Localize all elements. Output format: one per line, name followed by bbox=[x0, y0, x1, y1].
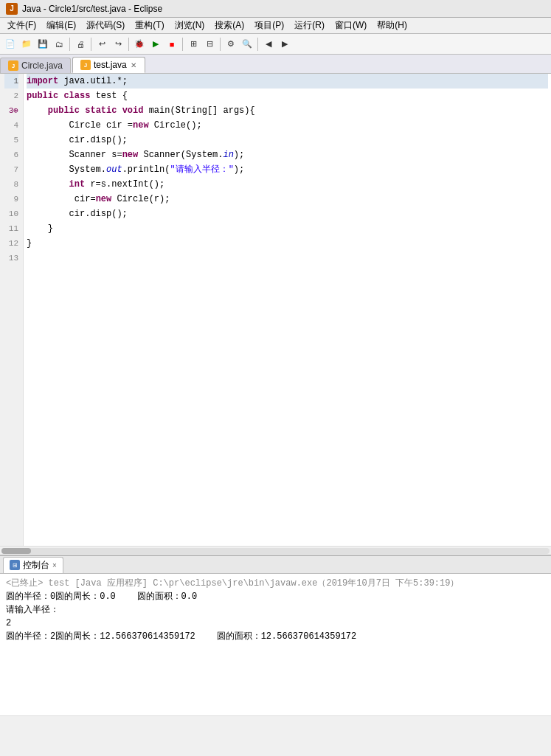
console-line-5: 圆的半径：2圆的周长：12.566370614359172 圆的面积：12.56… bbox=[6, 630, 545, 643]
toolbar-btn-extra5[interactable]: ▶ bbox=[277, 37, 292, 52]
test-java-label: test.java bbox=[94, 60, 127, 70]
toolbar-separator-6 bbox=[257, 38, 258, 51]
app-icon: J bbox=[6, 3, 18, 15]
menu-bar: 文件(F) 编辑(E) 源代码(S) 重构(T) 浏览(N) 搜索(A) 项目(… bbox=[0, 18, 551, 34]
console-line-3: 请输入半径： bbox=[6, 603, 545, 617]
line-num-4: 4 bbox=[4, 118, 18, 133]
menu-help[interactable]: 帮助(H) bbox=[372, 18, 412, 33]
title-bar: J Java - Circle1/src/test.java - Eclipse bbox=[0, 0, 551, 18]
code-line-11: } bbox=[27, 221, 548, 236]
console-scrollbar[interactable] bbox=[0, 715, 551, 724]
line-num-6: 6 bbox=[4, 148, 18, 162]
line-num-1: 1 bbox=[4, 74, 18, 89]
tab-test-java[interactable]: J test.java ✕ bbox=[72, 57, 145, 73]
menu-source[interactable]: 源代码(S) bbox=[82, 18, 129, 33]
code-line-2: public class test { bbox=[27, 89, 548, 103]
menu-refactor[interactable]: 重构(T) bbox=[131, 18, 168, 33]
line-num-13: 13 bbox=[4, 251, 18, 266]
code-line-8: int r=s.nextInt(); bbox=[27, 177, 548, 192]
code-line-3: public static void main(String[] args){ bbox=[27, 103, 548, 118]
code-line-12: } bbox=[27, 236, 548, 251]
toolbar-separator-1 bbox=[69, 38, 70, 51]
tab-close-button[interactable]: ✕ bbox=[130, 61, 137, 69]
new-button[interactable]: 📄 bbox=[3, 37, 18, 52]
code-line-4: Circle cir =new Circle(); bbox=[27, 118, 548, 133]
open-button[interactable]: 📁 bbox=[19, 37, 34, 52]
code-line-5: cir.disp(); bbox=[27, 133, 548, 148]
window-title: Java - Circle1/src/test.java - Eclipse bbox=[22, 4, 162, 14]
run-button[interactable]: ▶ bbox=[148, 37, 163, 52]
line-num-11: 11 bbox=[4, 221, 18, 236]
circle-java-label: Circle.java bbox=[21, 60, 63, 71]
console-container: ⊞ 控制台 × <已终止> test [Java 应用程序] C:\pr\ecl… bbox=[0, 555, 551, 724]
save-all-button[interactable]: 🗂 bbox=[52, 37, 66, 52]
undo-button[interactable]: ↩ bbox=[94, 37, 109, 52]
line-num-3: 3⊕ bbox=[4, 103, 18, 118]
line-num-12: 12 bbox=[4, 236, 18, 251]
toolbar: 📄 📁 💾 🗂 🖨 ↩ ↪ 🐞 ▶ ■ ⊞ ⊟ ⚙ 🔍 ◀ ▶ bbox=[0, 34, 551, 55]
code-line-7: System.out.println("请输入半径："); bbox=[27, 162, 548, 177]
editor-scrollbar-thumb[interactable] bbox=[1, 548, 31, 554]
line-num-7: 7 bbox=[4, 162, 18, 177]
circle-java-icon: J bbox=[8, 60, 18, 71]
line-num-2: 2 bbox=[4, 89, 18, 103]
code-line-13 bbox=[27, 251, 548, 266]
toolbar-separator-4 bbox=[182, 38, 183, 51]
console-close-button[interactable]: × bbox=[52, 561, 57, 569]
toolbar-separator-2 bbox=[91, 38, 91, 51]
console-line-1: <已终止> test [Java 应用程序] C:\pr\eclipse\jre… bbox=[6, 577, 545, 590]
menu-file[interactable]: 文件(F) bbox=[3, 18, 41, 33]
toolbar-btn-extra3[interactable]: 🔍 bbox=[240, 37, 254, 52]
toolbar-btn-extra4[interactable]: ◀ bbox=[261, 37, 276, 52]
tab-circle-java[interactable]: J Circle.java bbox=[0, 58, 71, 73]
debug-button[interactable]: 🐞 bbox=[132, 37, 147, 52]
stop-button[interactable]: ■ bbox=[164, 37, 179, 52]
line-num-10: 10 bbox=[4, 207, 18, 221]
line-num-8: 8 bbox=[4, 177, 18, 192]
console-icon: ⊞ bbox=[10, 560, 20, 570]
console-tab-label: 控制台 bbox=[23, 559, 49, 572]
console-tab[interactable]: ⊞ 控制台 × bbox=[3, 557, 63, 573]
code-line-10: cir.disp(); bbox=[27, 207, 548, 221]
code-line-1: import java.util.*; bbox=[27, 74, 548, 89]
editor-area: 1 2 3⊕ 4 5 6 7 8 9 10 11 12 13 import ja… bbox=[0, 74, 551, 546]
menu-run[interactable]: 运行(R) bbox=[290, 18, 329, 33]
menu-search[interactable]: 搜索(A) bbox=[210, 18, 249, 33]
toolbar-separator-3 bbox=[128, 38, 129, 51]
toolbar-btn-extra2[interactable]: ⚙ bbox=[223, 37, 238, 52]
toolbar-separator-5 bbox=[220, 38, 221, 51]
menu-edit[interactable]: 编辑(E) bbox=[42, 18, 80, 33]
save-button[interactable]: 💾 bbox=[35, 37, 50, 52]
test-java-icon: J bbox=[80, 60, 91, 70]
menu-project[interactable]: 项目(P) bbox=[250, 18, 288, 33]
code-editor[interactable]: import java.util.*; public class test { … bbox=[24, 74, 551, 546]
line-num-5: 5 bbox=[4, 133, 18, 148]
menu-navigate[interactable]: 浏览(N) bbox=[170, 18, 209, 33]
toolbar-btn-extra1[interactable]: ⊟ bbox=[202, 37, 217, 52]
line-num-9: 9 bbox=[4, 192, 18, 207]
line-numbers: 1 2 3⊕ 4 5 6 7 8 9 10 11 12 13 bbox=[0, 74, 24, 546]
open-perspective-button[interactable]: ⊞ bbox=[186, 37, 201, 52]
code-line-6: Scanner s=new Scanner(System.in); bbox=[27, 148, 548, 162]
code-line-9: cir=new Circle(r); bbox=[27, 192, 548, 207]
console-line-4: 2 bbox=[6, 617, 545, 630]
editor-scrollbar[interactable] bbox=[0, 546, 551, 555]
editor-scrollbar-track[interactable] bbox=[1, 548, 550, 554]
console-output: <已终止> test [Java 应用程序] C:\pr\eclipse\jre… bbox=[0, 574, 551, 715]
console-line-2: 圆的半径：0圆的周长：0.0 圆的面积：0.0 bbox=[6, 590, 545, 603]
print-button[interactable]: 🖨 bbox=[73, 37, 88, 52]
redo-button[interactable]: ↪ bbox=[111, 37, 125, 52]
menu-window[interactable]: 窗口(W) bbox=[330, 18, 371, 33]
tab-bar: J Circle.java J test.java ✕ bbox=[0, 55, 551, 74]
console-tab-bar: ⊞ 控制台 × bbox=[0, 556, 551, 574]
